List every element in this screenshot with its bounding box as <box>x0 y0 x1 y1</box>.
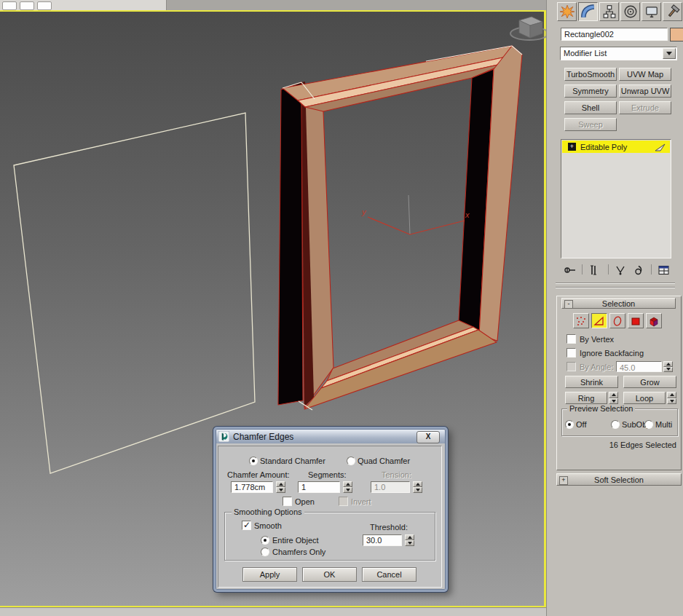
show-end-result-icon[interactable] <box>588 264 599 276</box>
quad-chamfer-label: Quad Chamfer <box>358 457 410 465</box>
ring-button[interactable]: Ring <box>565 392 607 404</box>
open-label: Open <box>295 497 315 506</box>
entire-object-radio[interactable] <box>261 536 269 545</box>
apply-button[interactable]: Apply <box>242 567 297 582</box>
tab-utilities[interactable] <box>663 2 682 21</box>
3ds-max-logo-icon <box>218 431 229 442</box>
cancel-button[interactable]: Cancel <box>362 567 416 582</box>
symmetry-button[interactable]: Symmetry <box>564 84 617 98</box>
chevron-down-icon <box>666 52 672 55</box>
remove-modifier-icon[interactable] <box>633 264 644 276</box>
spinner-up-button[interactable] <box>663 361 673 367</box>
spinner-up-button[interactable] <box>405 534 414 540</box>
divider <box>556 283 675 284</box>
command-panel: Rectangle002 Modifier List TurboSmooth U… <box>546 0 683 616</box>
grow-button[interactable]: Grow <box>623 376 676 388</box>
spinner-down-button[interactable] <box>343 487 352 493</box>
edge-mode-button[interactable] <box>591 313 607 328</box>
quad-chamfer-radio[interactable] <box>347 457 355 465</box>
tension-spinner <box>413 481 422 493</box>
view-cube[interactable] <box>510 17 546 40</box>
spinner-down-button <box>413 487 422 493</box>
vertex-icon <box>575 315 587 327</box>
spinner-up-button[interactable] <box>609 392 618 398</box>
polygon-mode-button[interactable] <box>628 313 644 328</box>
unwrap-uvw-button[interactable]: Unwrap UVW <box>619 84 671 98</box>
display-icon <box>644 4 659 19</box>
chamfers-only-radio[interactable] <box>261 548 269 556</box>
loop-button[interactable]: Loop <box>623 392 666 404</box>
spinner-up-button[interactable] <box>667 392 676 398</box>
spinner-down-button[interactable] <box>405 540 414 546</box>
chamfer-amount-field[interactable]: 1.778cm <box>231 481 273 493</box>
by-angle-checkbox <box>566 362 576 371</box>
preview-multi-label: Multi <box>655 420 672 429</box>
configure-modifier-sets-icon[interactable] <box>657 264 671 276</box>
tab-modify[interactable] <box>578 2 598 21</box>
tab-motion[interactable] <box>620 2 640 21</box>
preview-subobj-radio[interactable] <box>611 420 620 429</box>
spinner-down-button[interactable] <box>663 367 673 373</box>
spinner-up-button[interactable] <box>343 481 352 487</box>
tab-display[interactable] <box>641 2 661 21</box>
by-angle-spinner[interactable] <box>663 361 673 372</box>
segments-spinner[interactable] <box>343 481 352 493</box>
entire-object-label: Entire Object <box>272 536 319 545</box>
spinner-down-button[interactable] <box>667 398 676 405</box>
by-vertex-checkbox[interactable] <box>566 334 576 344</box>
chamfers-only-label: Chamfers Only <box>272 548 325 556</box>
spinner-down-button[interactable] <box>609 398 618 405</box>
turbosmooth-button[interactable]: TurboSmooth <box>564 68 617 81</box>
soft-selection-rollout-header[interactable]: + Soft Selection <box>556 473 682 486</box>
ignore-backfacing-checkbox[interactable] <box>566 348 576 358</box>
border-mode-button[interactable] <box>609 313 625 328</box>
dialog-title: Chamfer Edges <box>233 432 293 442</box>
ring-spinner[interactable] <box>609 392 618 404</box>
spinner-down-button[interactable] <box>276 487 285 493</box>
threshold-field[interactable]: 30.0 <box>363 534 402 546</box>
vertex-mode-button[interactable] <box>573 313 589 328</box>
chamfer-amount-spinner[interactable] <box>276 481 285 493</box>
open-checkbox[interactable] <box>283 497 292 506</box>
close-button[interactable]: X <box>416 431 440 443</box>
create-icon <box>560 4 575 19</box>
divider <box>582 264 583 275</box>
element-mode-button[interactable] <box>646 313 662 328</box>
threshold-label: Threshold: <box>370 523 408 532</box>
segments-field[interactable]: 1 <box>298 481 340 493</box>
wireframe-rectangle[interactable] <box>14 113 255 473</box>
collapse-icon[interactable]: - <box>564 300 573 309</box>
stack-item-editable-poly[interactable]: + Editable Poly <box>562 141 670 153</box>
preview-multi-radio[interactable] <box>644 420 653 429</box>
by-angle-label: By Angle: <box>580 363 613 371</box>
ok-button[interactable]: OK <box>302 567 357 582</box>
tab-create[interactable] <box>557 2 577 21</box>
tension-label: Tension: <box>382 470 411 479</box>
modifier-stack[interactable]: + Editable Poly <box>561 139 671 258</box>
pin-stack-icon[interactable] <box>563 264 577 276</box>
smoothing-options-group <box>224 512 435 561</box>
tab-hierarchy[interactable] <box>599 2 619 21</box>
selection-rollout-header[interactable]: - Selection <box>561 298 676 309</box>
dialog-titlebar[interactable]: Chamfer Edges X <box>216 430 445 443</box>
make-unique-icon[interactable] <box>614 264 627 276</box>
spinner-up-button[interactable] <box>276 481 285 487</box>
chamfer-edges-dialog[interactable]: Chamfer Edges X Standard Chamfer Quad Ch… <box>213 427 448 592</box>
object-color-swatch[interactable] <box>670 28 683 42</box>
modifier-list-dropdown[interactable]: Modifier List <box>560 47 677 60</box>
dropdown-arrow-button[interactable] <box>663 48 676 59</box>
expand-icon[interactable]: + <box>568 143 576 151</box>
smooth-checkbox[interactable] <box>242 521 251 530</box>
shell-button[interactable]: Shell <box>564 101 617 114</box>
smooth-label: Smooth <box>254 521 282 530</box>
frame-model[interactable] <box>278 46 522 410</box>
shrink-button[interactable]: Shrink <box>565 376 618 388</box>
uvw-map-button[interactable]: UVW Map <box>619 68 671 81</box>
loop-spinner[interactable] <box>667 392 676 404</box>
preview-off-radio[interactable] <box>565 420 574 429</box>
standard-chamfer-radio[interactable] <box>249 457 258 465</box>
expand-icon[interactable]: + <box>559 476 568 485</box>
object-name-field[interactable]: Rectangle002 <box>561 28 668 41</box>
edge-icon <box>593 315 605 327</box>
threshold-spinner[interactable] <box>405 534 414 546</box>
